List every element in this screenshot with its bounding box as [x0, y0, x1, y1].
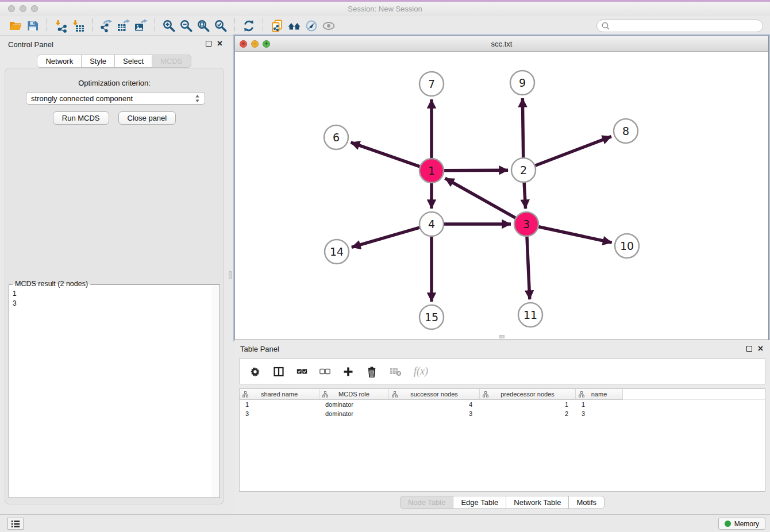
float-table-panel-icon[interactable]	[746, 346, 752, 352]
column-header-predecessor-nodes[interactable]: predecessor nodes	[480, 389, 576, 400]
toolbar-separator	[92, 18, 93, 33]
node-table[interactable]: shared nameMCDS rolesuccessor nodesprede…	[239, 388, 765, 492]
refresh-button[interactable]	[240, 18, 257, 34]
network-maximize-button[interactable]: +	[263, 40, 270, 48]
column-header-name[interactable]: name	[576, 389, 623, 400]
export-image-icon	[134, 19, 148, 33]
close-panel-button[interactable]: Close panel	[118, 111, 176, 125]
edge-4-14[interactable]	[352, 228, 420, 248]
cell[interactable]: 3	[389, 410, 480, 417]
maximize-window-button[interactable]	[31, 5, 38, 12]
zoom-out-button[interactable]	[178, 18, 195, 34]
add-column-button[interactable]	[342, 366, 354, 377]
import-network-button[interactable]	[52, 18, 70, 34]
clone-network-button[interactable]	[268, 18, 286, 34]
node-label-9: 9	[519, 76, 526, 89]
zoom-fit-button[interactable]	[195, 18, 212, 34]
cell[interactable]: 1	[240, 401, 319, 408]
header-filler	[623, 389, 765, 400]
bird-eye-view-button[interactable]	[320, 18, 337, 34]
function-builder-button[interactable]: f(x)	[414, 365, 428, 377]
mcds-result-text[interactable]: 1 3	[13, 289, 17, 309]
network-canvas[interactable]: 7968124314101511	[235, 52, 768, 340]
close-window-button[interactable]	[8, 5, 15, 12]
zoom-in-button[interactable]	[160, 18, 178, 34]
hide-graphics-details-button[interactable]	[303, 18, 320, 34]
cell[interactable]: 1	[480, 401, 576, 408]
tab-network-table[interactable]: Network Table	[506, 496, 569, 509]
column-header-MCDS-role[interactable]: MCDS role	[319, 389, 389, 400]
application-window: Session: New Session Control Panel	[0, 0, 770, 532]
table-settings-button[interactable]	[249, 366, 261, 377]
edge-3-11[interactable]	[527, 236, 530, 299]
column-selector-button[interactable]	[273, 366, 284, 377]
select-stepper-icon	[195, 94, 200, 103]
node-label-3: 3	[523, 218, 530, 230]
save-session-button[interactable]	[24, 18, 41, 34]
network-minimize-button[interactable]: –	[251, 40, 259, 48]
edge-2-8[interactable]	[535, 137, 611, 166]
first-neighbors-button[interactable]	[286, 18, 303, 34]
export-network-button[interactable]	[98, 18, 115, 34]
houses-icon	[287, 19, 301, 33]
cell[interactable]: 3	[576, 410, 623, 417]
run-mcds-button[interactable]: Run MCDS	[53, 111, 109, 125]
column-header-successor-nodes[interactable]: successor nodes	[389, 389, 480, 400]
table-row[interactable]: 1dominator411	[240, 400, 765, 409]
node-label-15: 15	[425, 311, 438, 323]
network-window-title: scc.txt	[235, 36, 768, 48]
delete-column-button[interactable]	[366, 366, 378, 377]
edge-1-6[interactable]	[351, 142, 420, 167]
edge-2-3[interactable]	[524, 182, 525, 209]
edge-1-2[interactable]	[444, 170, 508, 171]
network-resize-grip[interactable]	[499, 335, 505, 338]
cell[interactable]: dominator	[319, 401, 389, 408]
cell[interactable]: 2	[480, 410, 576, 417]
open-session-button[interactable]	[7, 18, 24, 34]
delete-table-button[interactable]	[390, 366, 402, 377]
import-table-button[interactable]	[70, 18, 87, 34]
panel-splitter-handle[interactable]	[229, 271, 232, 279]
search-box[interactable]	[596, 20, 763, 32]
gear-icon	[249, 366, 261, 377]
network-graph[interactable]: 7968124314101511	[235, 52, 768, 340]
cell[interactable]: dominator	[319, 410, 389, 417]
minimize-window-button[interactable]	[20, 5, 26, 12]
node-label-2: 2	[520, 164, 527, 176]
node-table-header: shared nameMCDS rolesuccessor nodesprede…	[240, 389, 765, 400]
memory-button[interactable]: Memory	[718, 518, 765, 530]
close-panel-icon[interactable]: ×	[217, 40, 222, 47]
cell[interactable]: 3	[240, 410, 319, 417]
close-table-panel-icon[interactable]: ×	[758, 345, 763, 352]
search-icon	[601, 21, 610, 30]
edge-3-10[interactable]	[538, 226, 612, 242]
tab-edge-table[interactable]: Edge Table	[453, 496, 506, 509]
tab-mcds[interactable]: MCDS	[152, 55, 191, 68]
network-window-titlebar[interactable]: × – + scc.txt	[235, 36, 768, 52]
float-panel-icon[interactable]	[206, 41, 211, 47]
network-close-button[interactable]: ×	[240, 40, 247, 48]
deselect-all-rows-button[interactable]	[319, 366, 330, 377]
export-image-button[interactable]	[132, 18, 149, 34]
result-scrollbar[interactable]	[213, 286, 219, 497]
attribute-type-icon	[483, 391, 488, 398]
table-row[interactable]: 3dominator323	[240, 409, 765, 418]
export-table-button[interactable]	[115, 18, 132, 34]
search-input[interactable]	[613, 22, 756, 30]
list-icon	[10, 519, 21, 529]
criterion-select[interactable]: strongly connected component	[26, 92, 205, 105]
tab-select[interactable]: Select	[114, 55, 152, 68]
cell[interactable]: 1	[576, 401, 623, 408]
edge-3-1[interactable]	[445, 178, 516, 218]
column-header-shared-name[interactable]: shared name	[240, 389, 319, 400]
select-all-rows-button[interactable]	[297, 366, 307, 377]
task-history-button[interactable]	[7, 518, 24, 530]
edge-2-9[interactable]	[522, 98, 523, 158]
zoom-selected-button[interactable]	[212, 18, 229, 34]
tab-network[interactable]: Network	[37, 55, 82, 68]
tab-motifs[interactable]: Motifs	[568, 496, 605, 509]
optimization-criterion-label: Optimization criterion:	[5, 79, 224, 87]
cell[interactable]: 4	[389, 401, 480, 408]
tab-style[interactable]: Style	[81, 55, 115, 68]
tab-node-table[interactable]: Node Table	[400, 496, 454, 509]
